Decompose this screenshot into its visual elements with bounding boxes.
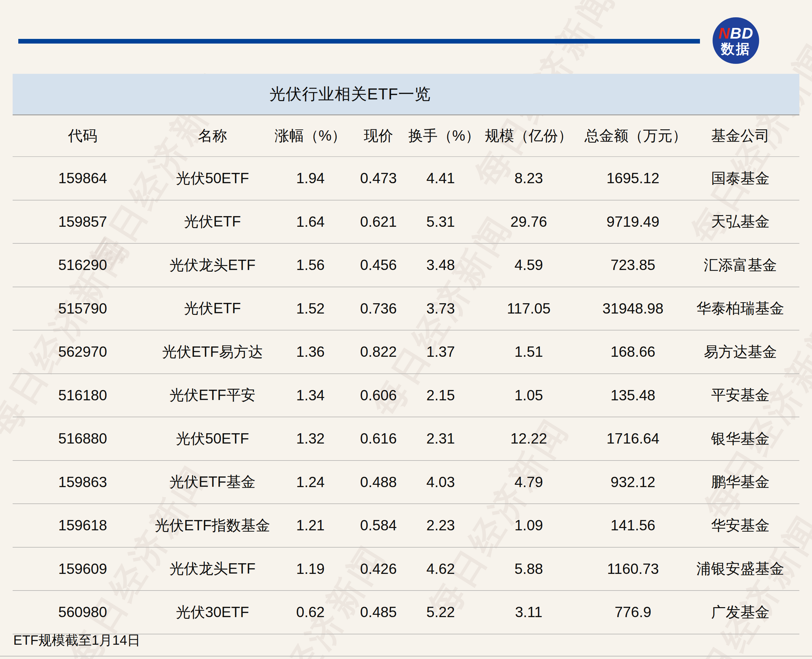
col-header-change-pct: 涨幅（%） <box>272 126 349 146</box>
table-row: 560980光伏30ETF0.620.4855.223.11776.9广发基金 <box>13 591 799 634</box>
cell-code: 516180 <box>13 387 153 404</box>
cell-code: 516880 <box>13 430 153 447</box>
table-body: 159864光伏50ETF1.940.4734.418.231695.12国泰基… <box>13 157 799 634</box>
cell-code: 562970 <box>13 344 153 360</box>
cell-amount: 31948.98 <box>585 300 681 317</box>
cell-price: 0.473 <box>348 170 408 186</box>
cell-price: 0.621 <box>348 213 408 230</box>
cell-turnover-pct: 2.23 <box>408 517 473 534</box>
cell-company: 浦银安盛基金 <box>681 559 799 579</box>
table-header-row: 代码 名称 涨幅（%） 现价 换手（%） 规模（亿份） 总金额（万元） 基金公司 <box>13 114 799 157</box>
cell-amount: 1160.73 <box>585 561 681 577</box>
cell-scale: 1.05 <box>473 387 585 404</box>
cell-name: 光伏50ETF <box>153 169 272 188</box>
cell-price: 0.822 <box>348 344 408 360</box>
cell-code: 159863 <box>13 474 153 490</box>
cell-name: 光伏ETF <box>153 212 272 232</box>
cell-change-pct: 1.52 <box>272 300 349 317</box>
table-row: 516880光伏50ETF1.320.6162.3112.221716.64银华… <box>13 417 799 461</box>
table-row: 159863光伏ETF基金1.240.4884.034.79932.12鹏华基金 <box>13 461 799 504</box>
cell-company: 国泰基金 <box>681 169 799 188</box>
cell-turnover-pct: 3.48 <box>408 257 473 273</box>
cell-company: 易方达基金 <box>681 342 799 362</box>
cell-name: 光伏龙头ETF <box>153 255 272 275</box>
cell-code: 159864 <box>13 170 153 186</box>
table-row: 516290光伏龙头ETF1.560.4563.484.59723.85汇添富基… <box>13 244 799 287</box>
cell-turnover-pct: 1.37 <box>408 344 473 360</box>
cell-name: 光伏50ETF <box>153 429 272 449</box>
cell-price: 0.736 <box>348 300 408 317</box>
cell-turnover-pct: 4.03 <box>408 474 473 490</box>
header-rule-line <box>18 39 700 44</box>
cell-name: 光伏ETF指数基金 <box>153 516 272 535</box>
bottom-rule-line <box>0 656 812 657</box>
col-header-turnover-pct: 换手（%） <box>408 126 473 146</box>
cell-code: 159857 <box>13 213 153 230</box>
nbd-logo-n: N <box>719 24 730 42</box>
cell-amount: 932.12 <box>585 474 681 490</box>
cell-amount: 9719.49 <box>585 213 681 230</box>
nbd-logo: NBD 数据 <box>713 17 759 64</box>
cell-turnover-pct: 2.15 <box>408 387 473 404</box>
cell-turnover-pct: 5.22 <box>408 604 473 620</box>
cell-scale: 3.11 <box>473 604 585 620</box>
table-row: 159609光伏龙头ETF1.190.4264.625.881160.73浦银安… <box>13 548 799 591</box>
cell-amount: 168.66 <box>585 344 681 360</box>
cell-change-pct: 1.32 <box>272 430 349 447</box>
cell-change-pct: 1.64 <box>272 213 349 230</box>
col-header-name: 名称 <box>153 126 272 146</box>
cell-name: 光伏30ETF <box>153 602 272 622</box>
table-row: 159864光伏50ETF1.940.4734.418.231695.12国泰基… <box>13 157 799 200</box>
footnote: ETF规模截至1月14日 <box>13 631 140 650</box>
cell-turnover-pct: 4.62 <box>408 561 473 577</box>
cell-turnover-pct: 3.73 <box>408 300 473 317</box>
cell-change-pct: 1.94 <box>272 170 349 186</box>
cell-price: 0.485 <box>348 604 408 620</box>
cell-company: 华安基金 <box>681 516 799 535</box>
cell-price: 0.456 <box>348 257 408 273</box>
cell-company: 广发基金 <box>681 602 799 622</box>
cell-scale: 1.09 <box>473 517 585 534</box>
cell-change-pct: 1.56 <box>272 257 349 273</box>
nbd-logo-bd: BD <box>730 24 754 42</box>
cell-code: 560980 <box>13 604 153 620</box>
cell-turnover-pct: 2.31 <box>408 430 473 447</box>
cell-name: 光伏龙头ETF <box>153 559 272 579</box>
cell-company: 银华基金 <box>681 429 799 449</box>
cell-code: 515790 <box>13 300 153 317</box>
cell-amount: 135.48 <box>585 387 681 404</box>
col-header-price: 现价 <box>348 126 408 146</box>
cell-company: 汇添富基金 <box>681 255 799 275</box>
cell-amount: 1695.12 <box>585 170 681 186</box>
cell-change-pct: 1.24 <box>272 474 349 490</box>
cell-scale: 5.88 <box>473 561 585 577</box>
cell-change-pct: 1.19 <box>272 561 349 577</box>
cell-name: 光伏ETF基金 <box>153 472 272 492</box>
col-header-amount: 总金额（万元） <box>585 126 681 146</box>
table-row: 516180光伏ETF平安1.340.6062.151.05135.48平安基金 <box>13 374 799 418</box>
cell-change-pct: 0.62 <box>272 604 349 620</box>
cell-scale: 8.23 <box>473 170 585 186</box>
cell-company: 华泰柏瑞基金 <box>681 299 799 318</box>
nbd-logo-text: NBD <box>719 25 754 41</box>
cell-code: 159609 <box>13 561 153 577</box>
cell-company: 平安基金 <box>681 385 799 405</box>
cell-amount: 776.9 <box>585 604 681 620</box>
cell-price: 0.488 <box>348 474 408 490</box>
table-title-bar: 光伏行业相关ETF一览 <box>13 74 799 114</box>
cell-change-pct: 1.36 <box>272 344 349 360</box>
cell-code: 516290 <box>13 257 153 273</box>
cell-name: 光伏ETF平安 <box>153 385 272 405</box>
cell-turnover-pct: 4.41 <box>408 170 473 186</box>
cell-company: 鹏华基金 <box>681 472 799 492</box>
cell-scale: 29.76 <box>473 213 585 230</box>
cell-name: 光伏ETF <box>153 299 272 318</box>
etf-table: 代码 名称 涨幅（%） 现价 换手（%） 规模（亿份） 总金额（万元） 基金公司… <box>13 114 799 634</box>
col-header-code: 代码 <box>13 126 153 146</box>
cell-turnover-pct: 5.31 <box>408 213 473 230</box>
table-row: 515790光伏ETF1.520.7363.73117.0531948.98华泰… <box>13 287 799 331</box>
cell-scale: 1.51 <box>473 344 585 360</box>
cell-company: 天弘基金 <box>681 212 799 232</box>
col-header-company: 基金公司 <box>681 126 799 146</box>
cell-scale: 117.05 <box>473 300 585 317</box>
